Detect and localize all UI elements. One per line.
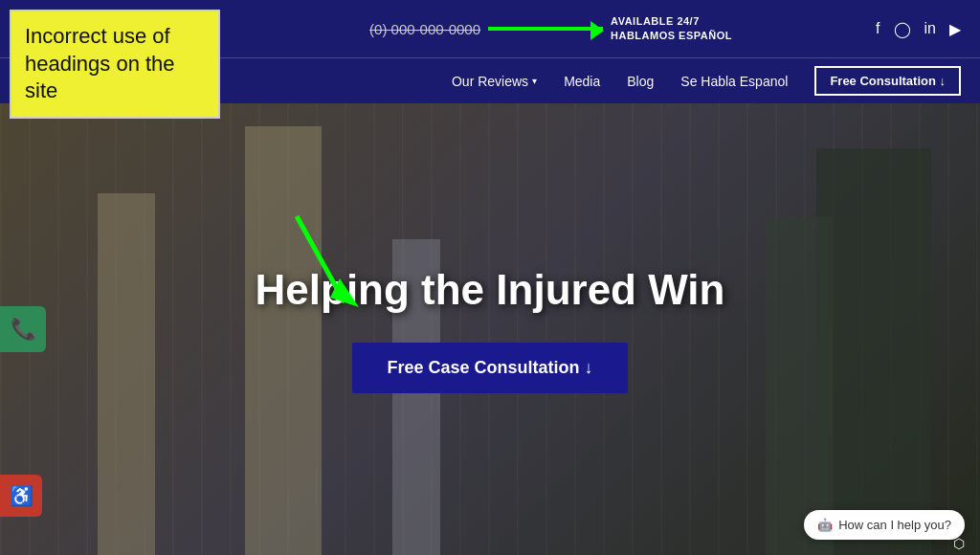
nav-our-reviews[interactable]: Our Reviews ▾ — [452, 74, 537, 89]
instagram-icon[interactable]: ◯ — [894, 20, 911, 38]
phone-number[interactable]: (0) 000-000-0000 — [369, 21, 480, 37]
annotation-text: Incorrect use of headings on the site — [25, 24, 175, 102]
chat-text: How can I help you? — [838, 518, 951, 532]
linkedin-icon[interactable]: in — [924, 20, 936, 37]
building-4 — [816, 148, 931, 555]
chat-expand-icon[interactable]: ⬡ — [953, 536, 965, 551]
phone-icon: 📞 — [11, 317, 36, 342]
phone-float-button[interactable]: 📞 — [0, 306, 46, 352]
nav-media[interactable]: Media — [564, 74, 600, 89]
free-consultation-nav-button[interactable]: Free Consultation ↓ — [814, 66, 961, 96]
annotation-box: Incorrect use of headings on the site — [10, 10, 220, 119]
accessibility-button[interactable]: ♿ — [0, 475, 42, 517]
phone-arrow-container: (0) 000-000-0000 AVAILABLE 24/7 HABLAMOS… — [249, 14, 853, 44]
nav-blog[interactable]: Blog — [627, 74, 654, 89]
facebook-icon[interactable]: f — [876, 20, 880, 37]
available-text: AVAILABLE 24/7 HABLAMOS ESPAÑOL — [611, 14, 732, 44]
youtube-icon[interactable]: ▶ — [949, 20, 961, 38]
chevron-down-icon: ▾ — [532, 76, 537, 86]
nav-se-habla[interactable]: Se Habla Espanol — [680, 74, 788, 89]
chat-widget[interactable]: 🤖 How can I help you? — [804, 510, 965, 540]
arrow-right-icon — [488, 27, 603, 31]
building-5 — [766, 216, 833, 555]
social-icons: f ◯ in ▶ — [876, 20, 961, 38]
nav-links: Our Reviews ▾ Media Blog Se Habla Espano… — [452, 66, 961, 96]
accessibility-icon: ♿ — [10, 484, 33, 507]
green-arrow-down — [287, 207, 364, 325]
building-1 — [98, 193, 155, 555]
hero-section: Helping the Injured Win Free Case Consul… — [0, 103, 980, 555]
hero-cta-button[interactable]: Free Case Consultation ↓ — [352, 343, 627, 393]
chat-bot-icon: 🤖 — [817, 518, 833, 532]
